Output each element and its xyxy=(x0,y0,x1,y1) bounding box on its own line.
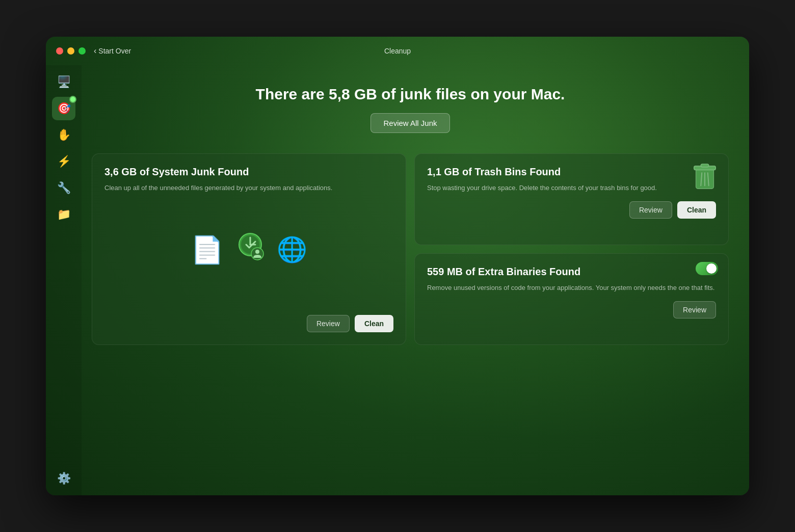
svg-rect-8 xyxy=(701,164,708,167)
trash-bins-actions: Review Clean xyxy=(427,193,716,219)
extra-binaries-title: 559 MB of Extra Binaries Found xyxy=(427,266,716,278)
content-area: There are 5,8 GB of junk files on your M… xyxy=(82,65,749,495)
files-icon: 📁 xyxy=(57,208,71,221)
system-junk-card: 3,6 GB of System Junk Found Clean up all… xyxy=(92,153,406,345)
extra-binaries-review-button[interactable]: Review xyxy=(673,301,716,318)
window-title: Cleanup xyxy=(384,47,411,55)
doc-gear-icon: 📄 xyxy=(191,234,224,265)
system-junk-actions: Review Clean xyxy=(104,307,393,332)
trash-bins-title: 1,1 GB of Trash Bins Found xyxy=(427,166,716,178)
extra-binaries-toggle[interactable] xyxy=(696,262,718,275)
titlebar: ‹ Start Over Cleanup xyxy=(46,37,749,65)
sidebar-item-files[interactable]: 📁 xyxy=(52,203,75,226)
clock-icon xyxy=(234,230,267,270)
privacy-icon: ✋ xyxy=(57,128,71,142)
system-junk-review-button[interactable]: Review xyxy=(307,315,350,332)
speed-icon: ⚡ xyxy=(57,155,71,168)
cleaner-icon: 🎯 xyxy=(57,102,71,115)
sidebar-item-settings[interactable]: ⚙️ xyxy=(52,467,75,490)
chevron-left-icon: ‹ xyxy=(94,46,96,56)
hero-section: There are 5,8 GB of junk files on your M… xyxy=(92,81,729,143)
close-button[interactable] xyxy=(56,47,63,55)
extra-binaries-actions: Review xyxy=(427,293,716,318)
trash-bins-clean-button[interactable]: Clean xyxy=(677,201,716,219)
cards-grid: 3,6 GB of System Junk Found Clean up all… xyxy=(92,153,729,345)
system-junk-title: 3,6 GB of System Junk Found xyxy=(104,166,393,178)
traffic-lights xyxy=(56,47,86,55)
app-window: ‹ Start Over Cleanup 🖥️ 🎯 ✋ ⚡ 🔧 📁 xyxy=(46,37,749,495)
clock-svg xyxy=(234,230,267,263)
back-label: Start Over xyxy=(98,47,131,55)
settings-icon: ⚙️ xyxy=(57,472,71,485)
minimize-button[interactable] xyxy=(67,47,74,55)
sidebar-item-updater[interactable]: 🔧 xyxy=(52,176,75,200)
back-button[interactable]: ‹ Start Over xyxy=(94,46,131,56)
extra-binaries-toggle-wrap[interactable] xyxy=(696,262,718,275)
disk-icon: 🖥️ xyxy=(57,75,71,89)
sidebar: 🖥️ 🎯 ✋ ⚡ 🔧 📁 ⚙️ xyxy=(46,65,82,495)
svg-point-5 xyxy=(255,250,259,254)
system-junk-description: Clean up all of the unneeded files gener… xyxy=(104,183,393,193)
extra-binaries-card: 559 MB of Extra Binaries Found Remove un… xyxy=(414,253,729,345)
system-junk-icons: 📄 xyxy=(104,193,393,307)
maximize-button[interactable] xyxy=(78,47,86,55)
updater-icon: 🔧 xyxy=(57,181,71,195)
sidebar-item-speed[interactable]: ⚡ xyxy=(52,150,75,173)
extra-binaries-description: Remove unused versions of code from your… xyxy=(427,283,716,293)
main-layout: 🖥️ 🎯 ✋ ⚡ 🔧 📁 ⚙️ xyxy=(46,65,749,495)
review-all-junk-button[interactable]: Review All Junk xyxy=(370,113,449,133)
trash-icon-wrap xyxy=(692,162,718,194)
trash-bins-review-button[interactable]: Review xyxy=(629,201,672,219)
trash-bins-description: Stop wasting your drive space. Delete th… xyxy=(427,183,716,193)
hero-title: There are 5,8 GB of junk files on your M… xyxy=(92,86,729,103)
sidebar-item-disk[interactable]: 🖥️ xyxy=(52,70,75,94)
trash-bins-card: 1,1 GB of Trash Bins Found Stop wasting … xyxy=(414,153,729,245)
system-junk-clean-button[interactable]: Clean xyxy=(355,315,393,332)
sidebar-item-cleaner[interactable]: 🎯 xyxy=(52,97,75,120)
trash-bin-icon xyxy=(692,162,718,192)
sidebar-item-privacy[interactable]: ✋ xyxy=(52,123,75,147)
globe-icon: 🌐 xyxy=(277,235,307,264)
